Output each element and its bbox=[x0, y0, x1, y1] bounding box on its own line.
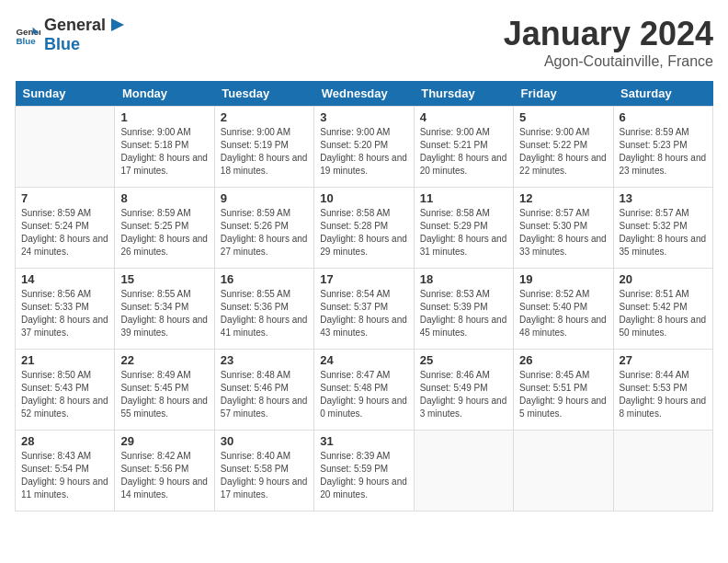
day-info: Sunrise: 8:44 AMSunset: 5:53 PMDaylight:… bbox=[620, 369, 707, 420]
day-number: 27 bbox=[620, 353, 707, 367]
day-info: Sunrise: 8:52 AMSunset: 5:40 PMDaylight:… bbox=[519, 288, 607, 339]
day-number: 13 bbox=[620, 191, 707, 205]
day-number: 3 bbox=[320, 110, 407, 124]
day-info: Sunrise: 8:56 AMSunset: 5:33 PMDaylight:… bbox=[21, 288, 108, 339]
day-info: Sunrise: 8:45 AMSunset: 5:51 PMDaylight:… bbox=[519, 369, 607, 420]
svg-text:Blue: Blue bbox=[16, 35, 36, 45]
day-number: 16 bbox=[221, 272, 308, 286]
day-of-week-header: Saturday bbox=[613, 81, 712, 107]
calendar-day-cell: 25Sunrise: 8:46 AMSunset: 5:49 PMDayligh… bbox=[414, 350, 513, 431]
day-info: Sunrise: 8:51 AMSunset: 5:42 PMDaylight:… bbox=[620, 288, 707, 339]
day-number: 4 bbox=[420, 110, 507, 124]
calendar-day-cell: 15Sunrise: 8:55 AMSunset: 5:34 PMDayligh… bbox=[115, 269, 214, 350]
day-of-week-header: Friday bbox=[514, 81, 613, 107]
calendar-day-cell: 1Sunrise: 9:00 AMSunset: 5:18 PMDaylight… bbox=[115, 107, 214, 188]
calendar-day-cell: 3Sunrise: 9:00 AMSunset: 5:20 PMDaylight… bbox=[314, 107, 414, 188]
day-info: Sunrise: 8:58 AMSunset: 5:29 PMDaylight:… bbox=[420, 207, 507, 259]
day-number: 8 bbox=[120, 191, 208, 205]
day-number: 7 bbox=[21, 191, 108, 205]
logo-arrow-icon bbox=[108, 15, 128, 35]
calendar-day-cell: 5Sunrise: 9:00 AMSunset: 5:22 PMDaylight… bbox=[514, 107, 613, 188]
day-info: Sunrise: 8:50 AMSunset: 5:43 PMDaylight:… bbox=[21, 369, 108, 420]
day-info: Sunrise: 8:39 AMSunset: 5:59 PMDaylight:… bbox=[320, 450, 407, 501]
day-info: Sunrise: 8:59 AMSunset: 5:24 PMDaylight:… bbox=[21, 207, 108, 259]
day-info: Sunrise: 8:48 AMSunset: 5:46 PMDaylight:… bbox=[221, 369, 308, 420]
calendar-day-cell: 21Sunrise: 8:50 AMSunset: 5:43 PMDayligh… bbox=[16, 350, 115, 431]
day-number: 20 bbox=[620, 272, 707, 286]
calendar-day-cell bbox=[613, 431, 712, 511]
day-info: Sunrise: 8:59 AMSunset: 5:25 PMDaylight:… bbox=[120, 207, 208, 259]
day-info: Sunrise: 9:00 AMSunset: 5:18 PMDaylight:… bbox=[120, 126, 208, 178]
calendar-day-cell bbox=[514, 431, 613, 511]
day-number: 29 bbox=[120, 434, 208, 448]
day-of-week-header: Wednesday bbox=[314, 81, 414, 107]
day-info: Sunrise: 8:53 AMSunset: 5:39 PMDaylight:… bbox=[420, 288, 507, 339]
day-of-week-header: Tuesday bbox=[214, 81, 313, 107]
logo-blue-text: Blue bbox=[44, 35, 80, 53]
calendar-day-cell: 13Sunrise: 8:57 AMSunset: 5:32 PMDayligh… bbox=[613, 188, 712, 269]
day-number: 12 bbox=[519, 191, 607, 205]
day-info: Sunrise: 8:40 AMSunset: 5:58 PMDaylight:… bbox=[221, 450, 308, 501]
calendar-day-cell: 4Sunrise: 9:00 AMSunset: 5:21 PMDaylight… bbox=[414, 107, 513, 188]
day-number: 24 bbox=[320, 353, 407, 367]
day-info: Sunrise: 8:54 AMSunset: 5:37 PMDaylight:… bbox=[320, 288, 407, 339]
logo-general-text: General bbox=[44, 16, 106, 35]
calendar-week-row: 1Sunrise: 9:00 AMSunset: 5:18 PMDaylight… bbox=[16, 107, 713, 188]
day-info: Sunrise: 9:00 AMSunset: 5:22 PMDaylight:… bbox=[519, 126, 607, 178]
calendar-week-row: 14Sunrise: 8:56 AMSunset: 5:33 PMDayligh… bbox=[16, 269, 713, 350]
day-number: 18 bbox=[420, 272, 507, 286]
calendar-table: SundayMondayTuesdayWednesdayThursdayFrid… bbox=[15, 81, 713, 511]
location-title: Agon-Coutainville, France bbox=[504, 53, 713, 70]
day-info: Sunrise: 8:47 AMSunset: 5:48 PMDaylight:… bbox=[320, 369, 407, 420]
calendar-day-cell bbox=[414, 431, 513, 511]
day-number: 23 bbox=[221, 353, 308, 367]
day-number: 1 bbox=[120, 110, 208, 124]
day-number: 22 bbox=[120, 353, 208, 367]
day-info: Sunrise: 8:55 AMSunset: 5:34 PMDaylight:… bbox=[120, 288, 208, 339]
logo: General Blue General Blue bbox=[15, 15, 128, 54]
calendar-day-cell: 27Sunrise: 8:44 AMSunset: 5:53 PMDayligh… bbox=[613, 350, 712, 431]
title-area: January 2024 Agon-Coutainville, France bbox=[504, 15, 713, 70]
day-number: 21 bbox=[21, 353, 108, 367]
calendar-week-row: 21Sunrise: 8:50 AMSunset: 5:43 PMDayligh… bbox=[16, 350, 713, 431]
day-of-week-header: Monday bbox=[115, 81, 214, 107]
calendar-day-cell: 17Sunrise: 8:54 AMSunset: 5:37 PMDayligh… bbox=[314, 269, 414, 350]
day-info: Sunrise: 8:59 AMSunset: 5:23 PMDaylight:… bbox=[620, 126, 707, 178]
logo-icon: General Blue bbox=[15, 22, 40, 48]
calendar-day-cell: 14Sunrise: 8:56 AMSunset: 5:33 PMDayligh… bbox=[16, 269, 115, 350]
day-info: Sunrise: 8:57 AMSunset: 5:32 PMDaylight:… bbox=[620, 207, 707, 259]
calendar-day-cell: 20Sunrise: 8:51 AMSunset: 5:42 PMDayligh… bbox=[613, 269, 712, 350]
month-title: January 2024 bbox=[504, 15, 713, 53]
day-number: 14 bbox=[21, 272, 108, 286]
day-info: Sunrise: 9:00 AMSunset: 5:21 PMDaylight:… bbox=[420, 126, 507, 178]
calendar-day-cell: 9Sunrise: 8:59 AMSunset: 5:26 PMDaylight… bbox=[214, 188, 313, 269]
day-of-week-header: Sunday bbox=[16, 81, 115, 107]
day-of-week-header: Thursday bbox=[414, 81, 513, 107]
day-number: 6 bbox=[620, 110, 707, 124]
day-number: 2 bbox=[221, 110, 308, 124]
calendar-day-cell: 18Sunrise: 8:53 AMSunset: 5:39 PMDayligh… bbox=[414, 269, 513, 350]
day-number: 5 bbox=[519, 110, 607, 124]
day-info: Sunrise: 8:58 AMSunset: 5:28 PMDaylight:… bbox=[320, 207, 407, 259]
calendar-week-row: 7Sunrise: 8:59 AMSunset: 5:24 PMDaylight… bbox=[16, 188, 713, 269]
day-info: Sunrise: 8:59 AMSunset: 5:26 PMDaylight:… bbox=[221, 207, 308, 259]
day-number: 11 bbox=[420, 191, 507, 205]
calendar-day-cell: 19Sunrise: 8:52 AMSunset: 5:40 PMDayligh… bbox=[514, 269, 613, 350]
calendar-day-cell: 29Sunrise: 8:42 AMSunset: 5:56 PMDayligh… bbox=[115, 431, 214, 511]
calendar-day-cell: 11Sunrise: 8:58 AMSunset: 5:29 PMDayligh… bbox=[414, 188, 513, 269]
calendar-day-cell: 30Sunrise: 8:40 AMSunset: 5:58 PMDayligh… bbox=[214, 431, 313, 511]
calendar-day-cell: 28Sunrise: 8:43 AMSunset: 5:54 PMDayligh… bbox=[16, 431, 115, 511]
day-info: Sunrise: 8:57 AMSunset: 5:30 PMDaylight:… bbox=[519, 207, 607, 259]
calendar-day-cell: 22Sunrise: 8:49 AMSunset: 5:45 PMDayligh… bbox=[115, 350, 214, 431]
calendar-day-cell: 8Sunrise: 8:59 AMSunset: 5:25 PMDaylight… bbox=[115, 188, 214, 269]
day-info: Sunrise: 8:46 AMSunset: 5:49 PMDaylight:… bbox=[420, 369, 507, 420]
day-info: Sunrise: 8:49 AMSunset: 5:45 PMDaylight:… bbox=[120, 369, 208, 420]
svg-marker-3 bbox=[111, 18, 124, 31]
day-number: 25 bbox=[420, 353, 507, 367]
day-number: 17 bbox=[320, 272, 407, 286]
day-info: Sunrise: 9:00 AMSunset: 5:20 PMDaylight:… bbox=[320, 126, 407, 178]
day-number: 31 bbox=[320, 434, 407, 448]
day-number: 15 bbox=[120, 272, 208, 286]
day-number: 26 bbox=[519, 353, 607, 367]
day-number: 10 bbox=[320, 191, 407, 205]
